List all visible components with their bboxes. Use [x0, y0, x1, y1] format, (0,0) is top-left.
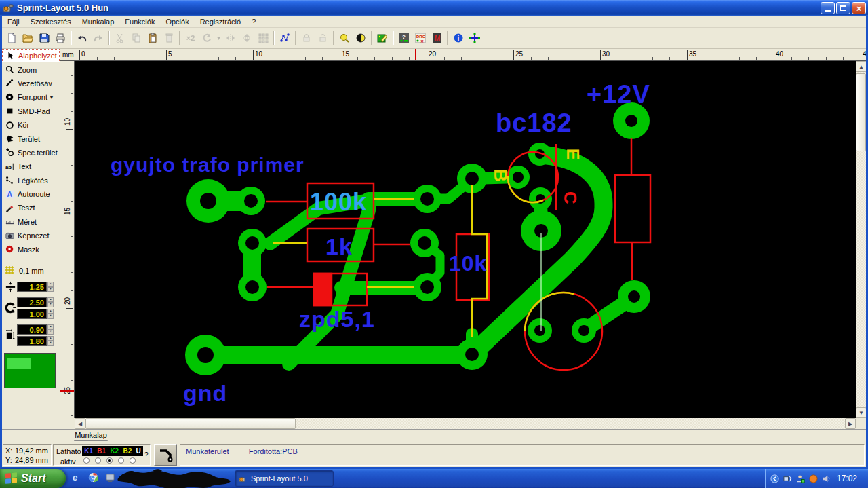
- undo-button[interactable]: [74, 31, 90, 46]
- connections-button[interactable]: [277, 31, 293, 46]
- menu-registration[interactable]: Regisztráció: [195, 16, 247, 27]
- tray-orange-icon[interactable]: [808, 474, 818, 483]
- menu-edit[interactable]: Szerkesztés: [25, 16, 77, 27]
- snap-crosshair-button[interactable]: [467, 31, 483, 46]
- tool-default-mode[interactable]: Alaphelyzet: [2, 49, 60, 62]
- tray-chevron-icon[interactable]: [770, 474, 779, 483]
- tab-munkalap[interactable]: Munkalap: [68, 430, 114, 441]
- layer-toggle-b2[interactable]: B2: [123, 447, 132, 455]
- zoom-button[interactable]: [336, 31, 353, 46]
- active-layer-radio-k2[interactable]: [106, 457, 113, 464]
- tool-test[interactable]: Teszt: [2, 201, 60, 214]
- autotest-button[interactable]: ?: [396, 31, 412, 46]
- smd-height-spinner[interactable]: ▲▼: [47, 336, 54, 346]
- taskbar-app-button[interactable]: Sprint-Layout 5.0: [235, 470, 334, 487]
- pad-inner-spinner[interactable]: ▲▼: [47, 309, 54, 319]
- cut-button[interactable]: [112, 31, 128, 46]
- delete-button[interactable]: [161, 31, 177, 46]
- tool-autoroute[interactable]: A Autoroute: [2, 187, 60, 201]
- tool-text[interactable]: ab Text: [2, 159, 60, 173]
- tool-area[interactable]: Terület: [2, 132, 60, 145]
- tool-special-area[interactable]: Spec.terület: [2, 146, 60, 159]
- layer-visibility-box[interactable]: K1B1K2B2U: [82, 446, 143, 456]
- scroll-up-arrow[interactable]: ▲: [856, 61, 867, 72]
- minimize-button[interactable]: [821, 2, 835, 14]
- clock[interactable]: 17:02: [837, 474, 857, 483]
- minimap-viewport[interactable]: [7, 358, 31, 369]
- menu-board[interactable]: Munkalap: [77, 16, 120, 27]
- print-button[interactable]: [52, 31, 68, 46]
- mask-button[interactable]: M: [429, 31, 445, 46]
- layer-help[interactable]: ?: [144, 451, 149, 459]
- tool-pad[interactable]: Forr.pont ▼: [2, 90, 60, 104]
- tool-circle[interactable]: Kör: [2, 118, 60, 132]
- mirror-vertical-button[interactable]: [239, 31, 255, 46]
- title-bar[interactable]: Sprint-Layout 5.0 Hun ×: [0, 0, 868, 16]
- active-layer-radio-b2[interactable]: [118, 457, 124, 464]
- duplicate-button[interactable]: ×2: [182, 31, 199, 46]
- menu-options[interactable]: Opciók: [160, 16, 194, 27]
- browser-e-icon[interactable]: e: [71, 472, 82, 483]
- pad-inner-value[interactable]: 1.00: [17, 309, 47, 319]
- grid-setting[interactable]: 0,1 mm: [2, 265, 60, 277]
- lock-button[interactable]: [298, 31, 315, 46]
- layer-toggle-k1[interactable]: K1: [84, 447, 93, 455]
- tool-zoom[interactable]: Zoom: [2, 62, 60, 76]
- redo-button[interactable]: [90, 31, 106, 46]
- board-minimap[interactable]: [4, 353, 56, 388]
- pad-outer-spinner[interactable]: ▲▼: [47, 297, 54, 307]
- menu-help[interactable]: ?: [246, 16, 261, 27]
- copy-button[interactable]: [128, 31, 144, 46]
- layer-toggle-k2[interactable]: K2: [110, 447, 119, 455]
- track-width-value[interactable]: 1.25: [17, 282, 47, 292]
- pad-dropdown-icon[interactable]: ▼: [49, 94, 54, 100]
- rotate-dropdown[interactable]: ▼: [215, 31, 222, 46]
- mirror-horizontal-button[interactable]: [222, 31, 239, 46]
- paste-button[interactable]: [144, 31, 161, 46]
- smd-width-spinner[interactable]: ▲▼: [47, 324, 54, 335]
- scroll-right-arrow[interactable]: ▶: [845, 418, 856, 429]
- horizontal-scrollbar[interactable]: ◀ ▶: [75, 418, 856, 429]
- tool-photo-view[interactable]: Képnézet: [2, 229, 60, 242]
- start-button[interactable]: Start: [0, 469, 66, 488]
- photo-view-button[interactable]: [374, 31, 391, 46]
- menu-functions[interactable]: Funkciók: [119, 16, 160, 27]
- tray-volume-icon[interactable]: [821, 474, 831, 483]
- maximize-button[interactable]: [836, 2, 850, 14]
- close-button[interactable]: ×: [852, 2, 866, 14]
- tray-network-icon[interactable]: [783, 474, 792, 483]
- vertical-scroll-thumb[interactable]: [856, 73, 866, 151]
- array-button[interactable]: [255, 31, 271, 46]
- scroll-down-arrow[interactable]: ▼: [856, 407, 867, 418]
- new-file-button[interactable]: [3, 31, 20, 46]
- active-layer-radio-k1[interactable]: [83, 457, 90, 464]
- layer-toggle-b1[interactable]: B1: [97, 447, 106, 455]
- scroll-left-arrow[interactable]: ◀: [75, 418, 85, 429]
- info-button[interactable]: i: [450, 31, 467, 46]
- smd-width-value[interactable]: 0.90: [17, 324, 47, 335]
- active-layer-radio-b1[interactable]: [95, 457, 101, 464]
- open-file-button[interactable]: [20, 31, 36, 46]
- contrast-button[interactable]: [353, 31, 369, 46]
- tool-smd-pad[interactable]: SMD-Pad: [2, 105, 60, 118]
- browser-chrome-icon[interactable]: [87, 472, 99, 483]
- tool-measure[interactable]: Méret: [2, 215, 60, 229]
- tool-mask[interactable]: Maszk: [2, 242, 60, 256]
- drc-button[interactable]: DRC✕: [412, 31, 429, 46]
- horizontal-scroll-thumb[interactable]: [85, 418, 296, 429]
- layer-toggle-u[interactable]: U: [136, 447, 141, 455]
- menu-file[interactable]: Fájl: [2, 16, 25, 27]
- tool-airwire[interactable]: Légkötés: [2, 174, 60, 187]
- rotate-button[interactable]: [199, 31, 215, 46]
- unlock-button[interactable]: [315, 31, 331, 46]
- tray-user-icon[interactable]: [795, 474, 805, 483]
- tool-track[interactable]: Vezetősáv: [2, 77, 60, 90]
- trace-options-button[interactable]: [154, 444, 177, 466]
- active-layer-radio-u[interactable]: [130, 457, 136, 464]
- smd-height-value[interactable]: 1.80: [17, 336, 47, 346]
- copper-traces[interactable]: [205, 155, 634, 364]
- save-button[interactable]: [36, 31, 52, 46]
- pad-outer-value[interactable]: 2.50: [17, 297, 47, 307]
- track-width-spinner[interactable]: ▲▼: [47, 282, 54, 292]
- pcb-canvas[interactable]: gyujto trafo primer bc182 +12V 100k 1k z…: [75, 61, 856, 418]
